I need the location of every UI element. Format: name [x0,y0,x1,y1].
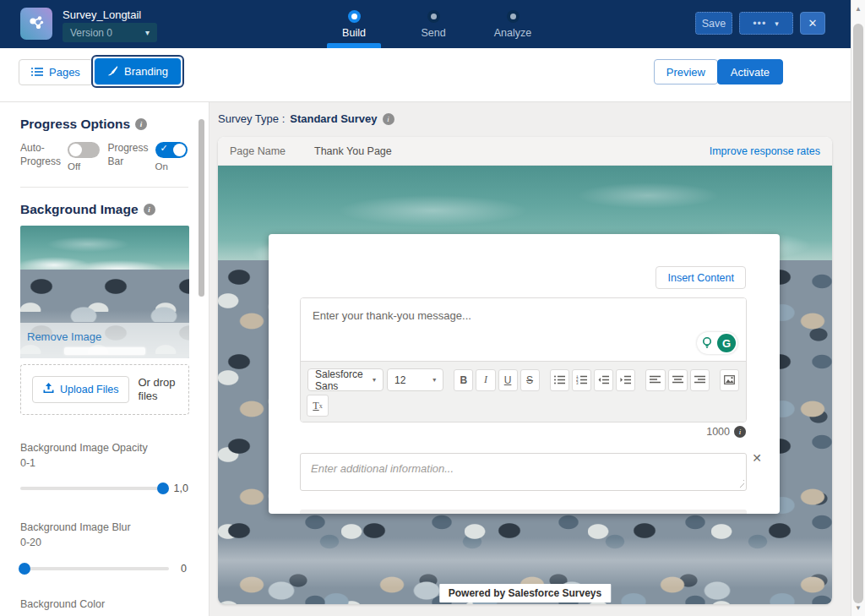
close-builder-button[interactable]: ✕ [800,12,825,35]
chevron-down-icon: ▾ [775,19,780,28]
radio-analyze-icon [507,10,520,23]
resize-handle[interactable] [737,480,744,488]
survey-canvas: Survey Type : Standard Survey i Page Nam… [210,102,851,616]
insert-image-button[interactable] [720,369,739,391]
radio-send-icon [427,10,440,23]
tab-build[interactable]: Build [329,0,378,48]
tab-analyze[interactable]: Analyze [488,0,537,48]
font-family-select[interactable]: Salesforce Sans ▾ [307,368,384,391]
more-icon: ••• [753,18,766,30]
align-right-button[interactable] [690,369,710,391]
thumbnail-water [20,226,189,272]
additional-information-input[interactable] [300,453,747,491]
opacity-value: 1,0 [174,482,188,494]
file-drop-zone[interactable]: Upload Files Or drop files [20,364,189,415]
align-center-button[interactable] [668,369,688,391]
opacity-slider-thumb[interactable] [157,482,169,494]
page-scrollbar[interactable]: ▲ ▼ [851,0,865,616]
strikethrough-button[interactable]: S [520,369,540,391]
indent-button[interactable] [616,369,635,391]
more-actions-button[interactable]: ••• ▾ [739,12,793,35]
blur-label: Background Image Blur 0-20 [20,520,188,550]
image-watermark [64,347,145,355]
background-image-thumbnail: Remove Image [20,226,189,358]
upload-files-button[interactable]: Upload Files [32,376,129,403]
check-icon: ✓ [160,143,168,154]
scroll-down-arrow[interactable]: ▼ [851,601,865,614]
chevron-down-icon: ▾ [373,376,376,384]
tab-send-label: Send [421,27,445,39]
page-name-value[interactable]: Thank You Page [314,145,392,157]
message-placeholder: Enter your thank-you message... [313,309,471,322]
page-scrollbar-thumb[interactable] [853,24,863,603]
version-label: Version 0 [70,27,112,39]
survey-title: Survey_Longtail [63,8,141,21]
surveys-app-icon [20,8,52,40]
bullet-list-button[interactable] [550,369,569,391]
info-icon[interactable]: i [383,113,394,125]
progress-controls: Auto-Progress Off Progress Bar ✓ On [20,142,188,172]
version-dropdown[interactable]: Version 0 ▾ [63,23,157,42]
builder-stage-tabs: Build Send Analyze [329,0,537,48]
blur-slider-thumb[interactable] [19,563,30,575]
info-icon[interactable]: i [135,118,147,130]
hidden-section-edge [300,510,747,514]
tab-analyze-label: Analyze [494,27,531,39]
clear-formatting-button[interactable]: Tx [307,395,329,417]
svg-text:3: 3 [576,381,579,384]
page-name-label: Page Name [230,145,286,157]
blur-slider[interactable] [20,567,169,570]
rich-text-composer: Enter your thank-you message... G [300,297,747,422]
powered-by-badge: Powered by Salesforce Surveys [439,584,611,602]
opacity-label: Background Image Opacity 0-1 [20,440,188,471]
improve-response-rates-link[interactable]: Improve response rates [710,145,820,157]
grammarly-widget[interactable]: G [697,332,737,354]
underline-button[interactable]: U [498,369,518,391]
progress-bar-toggle[interactable]: ✓ [155,142,188,158]
align-left-button[interactable] [645,369,665,391]
progress-bar-label: Progress Bar [108,142,155,172]
survey-preview-frame: Page Name Thank You Page Improve respons… [218,137,832,604]
divider [20,187,188,188]
insert-content-button[interactable]: Insert Content [656,266,746,289]
drop-files-label: Or drop files [138,376,180,404]
activate-button[interactable]: Activate [717,59,783,84]
auto-progress-toggle[interactable] [68,142,100,158]
progress-options-heading: Progress Options i [20,117,188,132]
nav-actions: Save ••• ▾ ✕ [695,12,825,35]
opacity-slider[interactable] [20,487,167,490]
tab-branding[interactable]: Branding [95,58,181,84]
close-icon[interactable]: ✕ [752,451,762,465]
top-navbar: Survey_Longtail Version 0 ▾ Build Send A… [0,0,851,48]
outdent-button[interactable] [594,369,613,391]
preview-button[interactable]: Preview [654,59,718,84]
tab-send[interactable]: Send [409,0,458,48]
rte-toolbar: Salesforce Sans ▾ 12 ▾ B I U S [301,361,746,422]
save-button[interactable]: Save [695,12,732,35]
italic-button[interactable]: I [476,369,495,391]
numbered-list-button[interactable]: 123 [572,369,591,391]
chevron-down-icon: ▾ [432,376,436,384]
sidebar-scrollbar-thumb[interactable] [199,119,204,297]
branding-tab-focus-ring: Branding [91,55,184,88]
thank-you-message-input[interactable]: Enter your thank-you message... G [301,298,746,361]
tab-build-label: Build [342,27,366,39]
lightbulb-icon[interactable] [699,335,715,352]
tab-pages[interactable]: Pages [19,59,93,85]
opacity-range: 0-1 [20,457,35,469]
close-icon: ✕ [808,17,818,30]
grammarly-icon[interactable]: G [717,334,736,352]
blur-value: 0 [181,563,187,575]
thank-you-card: Insert Content Enter your thank-you mess… [269,234,780,514]
background-color-label: Background Color [20,597,188,612]
branding-sidebar: Progress Options i Auto-Progress Off Pro… [0,102,209,616]
font-size-select[interactable]: 12 ▾ [387,368,443,391]
character-limit: 1000 i [706,426,746,438]
remove-image-link[interactable]: Remove Image [27,330,101,343]
auto-progress-state: Off [68,161,100,172]
info-icon[interactable]: i [144,204,155,215]
info-icon[interactable]: i [734,426,746,438]
builder-toolbar: Pages Branding Preview Activate [0,48,851,102]
bold-button[interactable]: B [454,369,473,391]
scroll-up-arrow[interactable]: ▲ [851,2,865,15]
